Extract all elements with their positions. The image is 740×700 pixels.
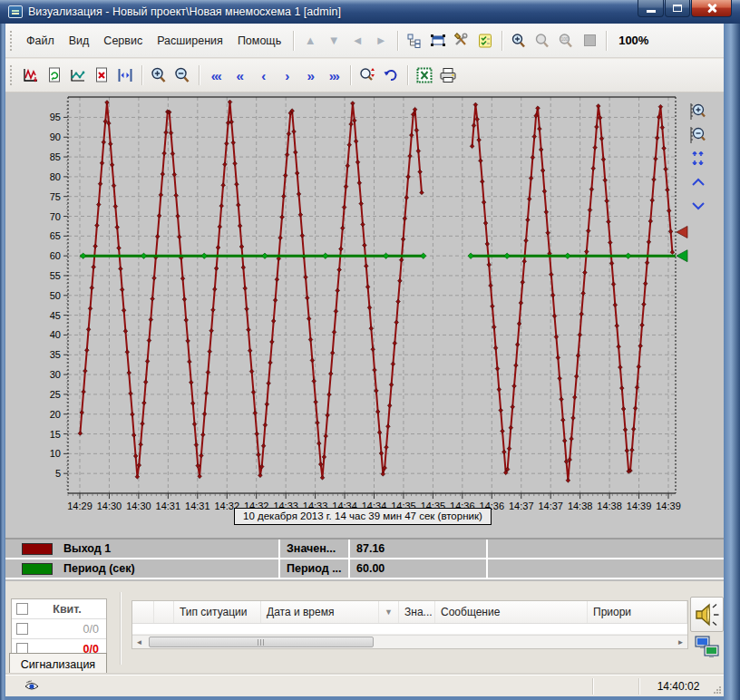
tools-icon	[453, 33, 470, 49]
series-value-label: Период ...	[278, 559, 348, 578]
zoom-out-button[interactable]	[531, 30, 553, 52]
seek-next-page-button[interactable]: ››	[299, 64, 321, 86]
cursor-date-tooltip: 10 декабря 2013 г. 14 час 39 мин 47 сек …	[234, 508, 492, 525]
undo-icon	[382, 66, 400, 84]
scrollbar-thumb[interactable]	[149, 637, 374, 647]
menu-item-Файл[interactable]: Файл	[19, 31, 62, 51]
scrollbar-track[interactable]	[146, 636, 674, 648]
scroll-right-arrow[interactable]: ►	[674, 636, 687, 648]
y-axis-label: 60	[50, 250, 61, 261]
scroll-left-arrow[interactable]: ◄	[132, 636, 146, 648]
menu-item-Вид[interactable]: Вид	[62, 31, 97, 51]
export-excel-button[interactable]	[414, 64, 435, 86]
column-header-Дата и время[interactable]: Дата и время	[261, 601, 379, 623]
undo-button[interactable]	[380, 64, 402, 86]
column-header-Сообщение[interactable]: Сообщение	[435, 601, 588, 623]
nav-back-button[interactable]: ◄	[346, 30, 368, 52]
seek-last-button[interactable]: ›››	[323, 64, 345, 86]
fit-to-window-button[interactable]	[427, 30, 449, 52]
trend-settings-button[interactable]	[20, 64, 42, 86]
delete-curve-button[interactable]	[91, 64, 112, 86]
menu-item-Расширения[interactable]: Расширения	[150, 31, 230, 51]
curves-list-button[interactable]	[67, 64, 89, 86]
menu-item-Сервис[interactable]: Сервис	[96, 31, 150, 51]
scroll-down-button[interactable]	[686, 194, 710, 218]
ack-row-0[interactable]: 0/0	[12, 619, 106, 639]
toolbar-grip[interactable]	[10, 65, 13, 85]
minimize-button[interactable]	[638, 0, 664, 17]
reset-zoom-button[interactable]	[356, 64, 378, 86]
title-bar[interactable]: Визуализация - Новый проект\Новая мнемос…	[0, 0, 740, 24]
trend-zoom-out-button[interactable]	[171, 64, 193, 86]
seek-prev-icon: ‹	[258, 68, 268, 83]
column-header-Зна...[interactable]: Зна...	[399, 601, 435, 623]
trend-chart[interactable]: 959085807570656055504540353025201510514:…	[5, 94, 695, 517]
zoom-in-button[interactable]	[508, 30, 530, 52]
legend-table[interactable]: Выход 1Значен...87.16Период (сек)Период …	[5, 538, 724, 581]
nav-forward-button[interactable]: ►	[370, 30, 392, 52]
project-tree-button[interactable]	[404, 30, 425, 52]
legend-row-1[interactable]: Период (сек)Период ...60.00	[5, 559, 724, 579]
y-zoom-out-button[interactable]	[686, 123, 710, 147]
seek-prev-page-icon: ‹‹	[234, 68, 246, 83]
ack-checkbox[interactable]	[16, 603, 28, 615]
ack-header-row[interactable]: Квит.	[12, 599, 106, 619]
seek-prev-page-button[interactable]: ‹‹	[229, 64, 250, 86]
column-header-Приори[interactable]: Приори	[588, 601, 687, 623]
zoom-region-button[interactable]	[579, 30, 600, 52]
zoom-level[interactable]: 100%	[611, 34, 656, 47]
column-header-empty[interactable]	[154, 601, 174, 623]
column-header-Тип ситуации[interactable]: Тип ситуации	[174, 601, 261, 623]
period-current-arrow	[677, 250, 687, 262]
seek-last-icon: ›››	[326, 68, 342, 83]
legend-row-0[interactable]: Выход 1Значен...87.16	[5, 540, 724, 559]
seek-prev-button[interactable]: ‹	[252, 64, 274, 86]
trend-chart-panel[interactable]: 959085807570656055504540353025201510514:…	[5, 92, 724, 538]
event-log-button[interactable]	[474, 30, 496, 52]
vyhod1-current-arrow	[677, 226, 687, 238]
menu-item-Помощь[interactable]: Помощь	[230, 31, 288, 51]
y-axis-label: 75	[50, 191, 61, 202]
y-zoom-in-button[interactable]	[686, 100, 710, 123]
alarm-table[interactable]: Тип ситуацииДата и время▼Зна...Сообщение…	[131, 600, 688, 649]
maximize-button[interactable]	[665, 0, 690, 17]
y-axis-label: 20	[50, 409, 61, 420]
print-button[interactable]	[437, 64, 459, 86]
trend-zoom-in-button[interactable]	[148, 64, 170, 86]
y-axis-label: 25	[50, 389, 61, 400]
tab-signalization[interactable]: Сигнализация	[9, 653, 107, 675]
seek-first-button[interactable]: ‹‹‹	[205, 64, 227, 86]
nav-up-button[interactable]: ▲	[299, 30, 321, 52]
ack-counters-table[interactable]: Квит.0/00/0	[11, 598, 107, 660]
sound-alarm-button[interactable]	[690, 597, 724, 632]
delete-document-icon	[92, 66, 111, 84]
seek-next-button[interactable]: ›	[276, 64, 297, 86]
excel-icon	[415, 66, 433, 84]
zoom-100-button[interactable]: 100	[555, 30, 577, 52]
expand-vertical-icon	[689, 149, 707, 169]
x-axis-label: 14:37	[509, 501, 534, 511]
ack-checkbox[interactable]	[16, 623, 28, 635]
toolbar-grip[interactable]	[10, 31, 13, 51]
fit-horizontal-button[interactable]	[114, 64, 136, 86]
resize-grip[interactable]	[713, 685, 722, 695]
zoom-out-icon	[534, 33, 550, 49]
app-window: Визуализация - Новый проект\Новая мнемос…	[0, 0, 740, 700]
sort-indicator-cell[interactable]: ▼	[379, 601, 399, 623]
toolbar-separator	[606, 31, 607, 51]
svg-text:100: 100	[561, 37, 569, 42]
settings-tools-button[interactable]	[451, 30, 472, 52]
scroll-up-button[interactable]	[686, 170, 710, 194]
alarm-hscrollbar[interactable]: ◄ ►	[132, 635, 687, 648]
x-axis-label: 14:37	[538, 501, 563, 511]
alarm-table-header[interactable]: Тип ситуацииДата и время▼Зна...Сообщение…	[132, 601, 687, 624]
y-axis-label: 45	[50, 310, 61, 321]
close-button[interactable]	[691, 0, 732, 17]
refresh-data-button[interactable]	[44, 64, 65, 86]
toolbar-separator	[293, 31, 294, 51]
y-expand-button[interactable]	[686, 147, 710, 170]
nav-down-button[interactable]: ▼	[323, 30, 345, 52]
column-header-empty[interactable]	[132, 601, 154, 623]
speaker-icon	[694, 601, 721, 628]
y-axis-label: 10	[50, 448, 61, 459]
